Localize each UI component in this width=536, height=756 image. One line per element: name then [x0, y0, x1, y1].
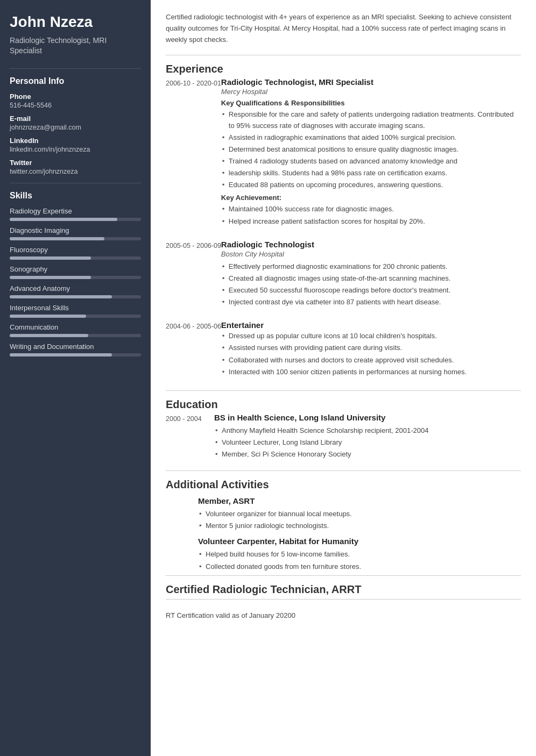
linkedin-label: LinkedIn [10, 137, 141, 145]
phone-value: 516-445-5546 [10, 102, 141, 109]
education-divider [166, 390, 521, 391]
skill-name: Communication [10, 323, 141, 331]
list-item: Collaborated with nurses and doctors to … [221, 355, 521, 366]
linkedin-value: linkedin.com/in/johnznzeza [10, 146, 141, 153]
skill-bar-fill [10, 295, 112, 298]
edu-degree: BS in Health Science, Long Island Univer… [214, 413, 521, 422]
skill-bar-background [10, 353, 141, 356]
list-item: Created all diagnostic images using stat… [221, 273, 521, 284]
skill-bar-fill [10, 218, 117, 221]
list-item: Dressed up as popular culture icons at 1… [221, 331, 521, 341]
skill-bar-background [10, 237, 141, 240]
skill-bar-background [10, 276, 141, 279]
activities-divider [166, 470, 521, 471]
skill-bar-fill [10, 315, 86, 318]
twitter-label: Twitter [10, 159, 141, 167]
edu-content: BS in Health Science, Long Island Univer… [214, 413, 521, 463]
list-item: leadership skills. Students had a 98% pa… [221, 168, 521, 179]
exp-company: Boston City Hospital [221, 250, 521, 258]
sidebar: John Nzeza Radiologic Technologist, MRI … [0, 0, 151, 756]
list-item: Responsible for the care and safety of p… [221, 109, 521, 131]
list-item: Interacted with 100 senior citizen patie… [221, 367, 521, 377]
list-item: Helped build houses for 5 low-income fam… [198, 549, 521, 560]
summary-text: Certified radiologic technologist with 4… [166, 12, 521, 45]
candidate-title: Radiologic Technologist, MRI Specialist [10, 35, 141, 56]
bullet-list: Dressed up as popular culture icons at 1… [221, 331, 521, 377]
list-item: Educated 88 patients on upcoming procedu… [221, 180, 521, 190]
experience-divider [166, 55, 521, 55]
exp-date: 2004-06 - 2005-06 [166, 320, 221, 381]
list-item: Helped increase patient satisfaction sco… [221, 216, 521, 227]
list-item: Member, Sci Pi Science Honorary Society [214, 449, 521, 460]
resume-container: John Nzeza Radiologic Technologist, MRI … [0, 0, 536, 756]
skill-item: Diagnostic Imaging [10, 226, 141, 240]
cert-sub-divider [166, 599, 521, 600]
exp-company: Mercy Hospital [221, 88, 521, 96]
cert-divider [166, 575, 521, 576]
bullet-list: Responsible for the care and safety of p… [221, 109, 521, 190]
skill-name: Sonography [10, 265, 141, 273]
sidebar-divider-2 [10, 183, 141, 183]
email-label: E-mail [10, 115, 141, 123]
bullet-list: Volunteer organizer for biannual local m… [198, 509, 521, 531]
skill-name: Diagnostic Imaging [10, 226, 141, 234]
exp-subsection-title: Key Qualifications & Responsibilities [221, 99, 521, 107]
skill-bar-background [10, 334, 141, 337]
skill-bar-background [10, 218, 141, 221]
skill-item: Writing and Documentation [10, 343, 141, 356]
exp-content: Radiologic Technologist, MRI SpecialistM… [221, 77, 521, 230]
candidate-name: John Nzeza [10, 13, 141, 31]
skill-item: Fluoroscopy [10, 246, 141, 260]
list-item: Collected donated goods from ten furnitu… [198, 561, 521, 572]
activity-title: Volunteer Carpenter, Habitat for Humanit… [198, 537, 521, 546]
list-item: Anthony Mayfield Health Science Scholars… [214, 425, 521, 436]
skill-bar-background [10, 315, 141, 318]
skill-bar-fill [10, 237, 104, 240]
phone-label: Phone [10, 92, 141, 101]
list-item: Volunteer Lecturer, Long Island Library [214, 437, 521, 448]
additional-activities-heading: Additional Activities [166, 479, 521, 491]
skill-item: Interpersonal Skills [10, 304, 141, 318]
edu-date: 2000 - 2004 [166, 413, 214, 463]
exp-date: 2006-10 - 2020-01 [166, 77, 221, 230]
skill-bar-background [10, 256, 141, 260]
bullet-list: Maintained 100% success rate for diagnos… [221, 204, 521, 226]
twitter-value: twitter.com/johnznzeza [10, 168, 141, 175]
activities-container: Member, ASRTVolunteer organizer for bian… [166, 496, 521, 572]
experience-block: 2004-06 - 2005-06EntertainerDressed up a… [166, 320, 521, 381]
education-block: 2000 - 2004BS in Health Science, Long Is… [166, 413, 521, 463]
skill-item: Communication [10, 323, 141, 337]
list-item: Mentor 5 junior radiologic technologists… [198, 520, 521, 531]
skill-bar-fill [10, 334, 88, 337]
list-item: Volunteer organizer for biannual local m… [198, 509, 521, 519]
jobs-container: 2006-10 - 2020-01Radiologic Technologist… [166, 77, 521, 380]
bullet-list: Effectively performed diagnostic examina… [221, 261, 521, 308]
list-item: Effectively performed diagnostic examina… [221, 261, 521, 272]
list-item: Executed 50 successful fluoroscope readi… [221, 285, 521, 296]
skill-item: Radiology Expertise [10, 207, 141, 221]
exp-content: Radiologic TechnologistBoston City Hospi… [221, 240, 521, 311]
exp-job-title: Radiologic Technologist, MRI Specialist [221, 77, 521, 87]
list-item: Determined best anatomical positions to … [221, 144, 521, 155]
skill-name: Advanced Anatomy [10, 284, 141, 293]
skill-name: Radiology Expertise [10, 207, 141, 215]
list-item: Assisted nurses with providing patient c… [221, 343, 521, 353]
experience-block: 2005-05 - 2006-09Radiologic Technologist… [166, 240, 521, 311]
list-item: Trained 4 radiology students based on ad… [221, 156, 521, 167]
skill-item: Advanced Anatomy [10, 284, 141, 298]
cert-heading: Certified Radiologic Technician, ARRT [166, 583, 521, 596]
main-content: Certified radiologic technologist with 4… [151, 0, 536, 756]
cert-text: RT Certification valid as of January 202… [166, 607, 521, 619]
bullet-list: Anthony Mayfield Health Science Scholars… [214, 425, 521, 460]
exp-job-title: Entertainer [221, 320, 521, 330]
skills-section: Radiology ExpertiseDiagnostic ImagingFlu… [10, 207, 141, 356]
exp-content: EntertainerDressed up as popular culture… [221, 320, 521, 381]
exp-date: 2005-05 - 2006-09 [166, 240, 221, 311]
skill-name: Interpersonal Skills [10, 304, 141, 312]
personal-info-heading: Personal Info [10, 76, 141, 86]
skill-item: Sonography [10, 265, 141, 279]
list-item: Injected contrast dye via catheter into … [221, 297, 521, 308]
skills-heading: Skills [10, 191, 141, 201]
skill-bar-fill [10, 353, 112, 356]
experience-heading: Experience [166, 63, 521, 75]
